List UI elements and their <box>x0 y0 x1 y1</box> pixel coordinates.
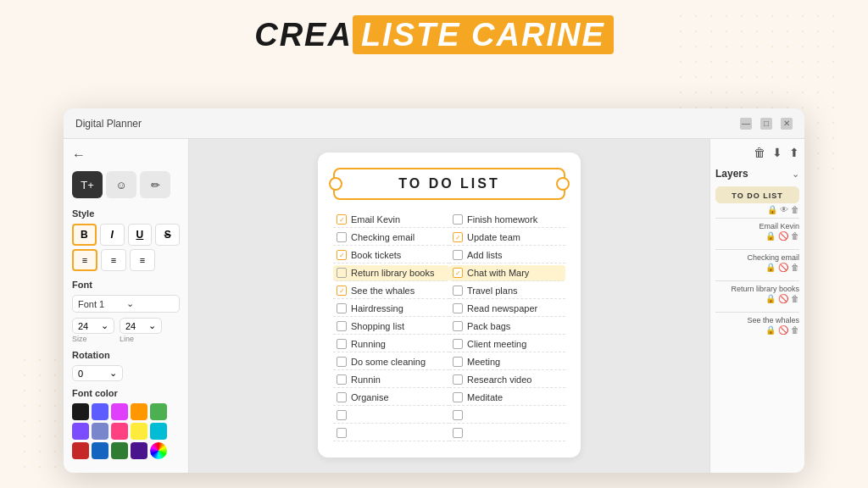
lock-icon[interactable]: 🔒 <box>765 294 776 303</box>
rotation-input[interactable]: 0 ⌄ <box>72 365 123 381</box>
list-item: Client meeting <box>449 336 565 352</box>
checkbox[interactable] <box>453 339 463 349</box>
list-item-highlighted: Return library books <box>333 265 449 281</box>
draw-tool-button[interactable]: ✏ <box>140 171 170 198</box>
list-item: Organise <box>333 390 449 406</box>
eye-off-icon[interactable]: 🚫 <box>778 294 788 303</box>
align-right-button[interactable]: ≡ <box>130 249 155 271</box>
checkbox[interactable] <box>453 214 463 225</box>
checkbox[interactable] <box>453 374 463 385</box>
eye-off-icon[interactable]: 🚫 <box>778 263 788 272</box>
layer-icons: 🔒 🚫 🗑 <box>765 325 799 335</box>
download-icon[interactable]: ⬇ <box>772 146 782 159</box>
back-button[interactable]: ← <box>72 147 180 163</box>
list-item: Research video <box>449 372 565 388</box>
trash-icon[interactable]: 🗑 <box>754 146 765 159</box>
checkbox[interactable] <box>453 303 463 313</box>
color-swatch-blue[interactable] <box>92 442 108 459</box>
page-title-area: CREALISTE CARINE <box>0 0 868 65</box>
eye-off-icon[interactable]: 🚫 <box>778 231 788 241</box>
checkbox[interactable] <box>337 286 347 296</box>
italic-button[interactable]: I <box>100 224 125 246</box>
color-swatch-hot-pink[interactable] <box>111 423 128 440</box>
color-wheel-picker[interactable] <box>150 442 167 459</box>
checkbox[interactable] <box>337 357 347 367</box>
close-button[interactable]: ✕ <box>781 118 793 130</box>
lock-icon[interactable]: 🔒 <box>765 263 776 272</box>
color-swatch-dark-purple[interactable] <box>131 442 147 459</box>
layer-card-todo[interactable]: TO DO LIST <box>715 186 799 203</box>
align-center-button[interactable]: ≡ <box>101 249 126 271</box>
delete-icon[interactable]: 🗑 <box>791 231 799 241</box>
checkbox[interactable] <box>453 321 463 331</box>
checkbox[interactable] <box>453 428 463 438</box>
layer-divider <box>715 249 799 250</box>
checkbox[interactable] <box>337 374 347 385</box>
minimize-button[interactable]: — <box>740 118 752 130</box>
emoji-tool-button[interactable]: ☺ <box>106 171 136 198</box>
font-size-input[interactable]: 24 ⌄ <box>72 318 114 334</box>
list-item: Runnin <box>333 372 449 388</box>
checkbox[interactable] <box>453 268 463 278</box>
eye-off-icon[interactable]: 🚫 <box>778 325 788 335</box>
checkbox[interactable] <box>453 286 463 296</box>
lock-icon[interactable]: 🔒 <box>767 205 777 214</box>
checkbox[interactable] <box>337 232 347 242</box>
item-text: Add lists <box>467 250 503 260</box>
list-item-highlighted: Chat with Mary <box>449 265 565 281</box>
color-swatch-indigo[interactable] <box>92 423 108 440</box>
size-label: Size <box>72 335 114 343</box>
delete-icon[interactable]: 🗑 <box>791 325 799 335</box>
align-left-button[interactable]: ≡ <box>72 249 97 271</box>
color-swatch-red[interactable] <box>72 442 89 459</box>
checkbox[interactable] <box>453 232 463 242</box>
checkbox[interactable] <box>337 339 347 349</box>
color-swatch-green[interactable] <box>150 403 167 420</box>
color-swatch-pink[interactable] <box>111 403 128 420</box>
text-tool-button[interactable]: T+ <box>72 171 103 198</box>
delete-icon[interactable]: 🗑 <box>791 263 799 272</box>
color-swatch-orange[interactable] <box>131 403 147 420</box>
checkbox[interactable] <box>337 392 347 402</box>
size-column: 24 ⌄ Size <box>72 318 114 343</box>
delete-icon[interactable]: 🗑 <box>791 205 799 214</box>
color-swatch-dark-green[interactable] <box>111 442 128 459</box>
checkbox[interactable] <box>337 410 347 420</box>
checkbox[interactable] <box>453 357 463 367</box>
list-item: Book tickets <box>333 247 449 263</box>
color-swatch-purple[interactable] <box>92 403 108 420</box>
list-item: Running <box>333 336 449 352</box>
bold-button[interactable]: B <box>72 224 97 246</box>
checkbox[interactable] <box>337 321 347 331</box>
checkbox[interactable] <box>337 268 347 278</box>
line-label: Line <box>120 335 162 343</box>
checkbox[interactable] <box>337 250 347 260</box>
layers-chevron-icon[interactable]: ⌄ <box>792 169 799 180</box>
share-icon[interactable]: ⬆ <box>789 146 799 159</box>
delete-icon[interactable]: 🗑 <box>791 294 799 303</box>
item-text: Meeting <box>467 357 500 367</box>
checkbox[interactable] <box>453 410 463 420</box>
eye-icon[interactable]: 👁 <box>780 205 788 214</box>
lock-icon[interactable]: 🔒 <box>765 231 776 241</box>
font-select[interactable]: Font 1 ⌄ <box>72 295 180 313</box>
item-text: Book tickets <box>351 250 401 260</box>
strikethrough-button[interactable]: S <box>155 224 180 246</box>
color-swatch-cyan[interactable] <box>150 423 167 440</box>
checkbox[interactable] <box>337 214 347 225</box>
color-swatch-black[interactable] <box>72 403 89 420</box>
line-height-input[interactable]: 24 ⌄ <box>120 318 162 334</box>
checkbox[interactable] <box>453 392 463 402</box>
item-text: Research video <box>467 374 531 385</box>
lock-icon[interactable]: 🔒 <box>765 325 776 335</box>
maximize-button[interactable]: □ <box>760 118 772 130</box>
color-swatch-yellow[interactable] <box>131 423 147 440</box>
underline-button[interactable]: U <box>128 224 153 246</box>
checkbox[interactable] <box>337 428 347 438</box>
checkbox[interactable] <box>337 303 347 313</box>
todo-grid: Email Kevin Finish homework Checking ema… <box>333 212 565 441</box>
item-text: Chat with Mary <box>467 268 529 278</box>
font-color-section: Font color <box>72 388 180 459</box>
color-swatch-violet[interactable] <box>72 423 89 440</box>
checkbox[interactable] <box>453 250 463 260</box>
